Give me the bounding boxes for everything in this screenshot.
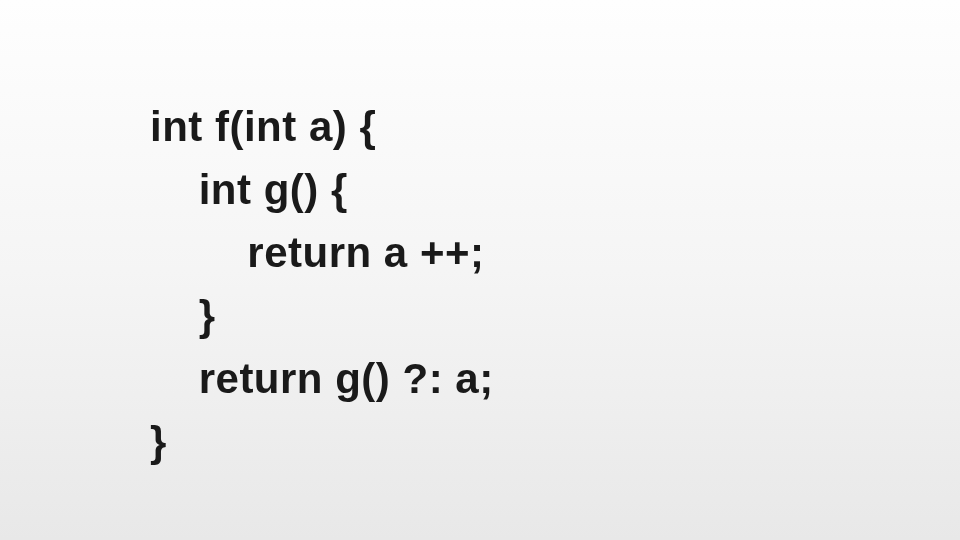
code-block: int f(int a) { int g() { return a ++; } … xyxy=(150,95,494,473)
code-line-2: int g() { xyxy=(150,158,494,221)
code-line-5: return g() ?: a; xyxy=(150,347,494,410)
code-line-6: } xyxy=(150,410,494,473)
code-line-1: int f(int a) { xyxy=(150,95,494,158)
code-line-3: return a ++; xyxy=(150,221,494,284)
code-line-4: } xyxy=(150,284,494,347)
